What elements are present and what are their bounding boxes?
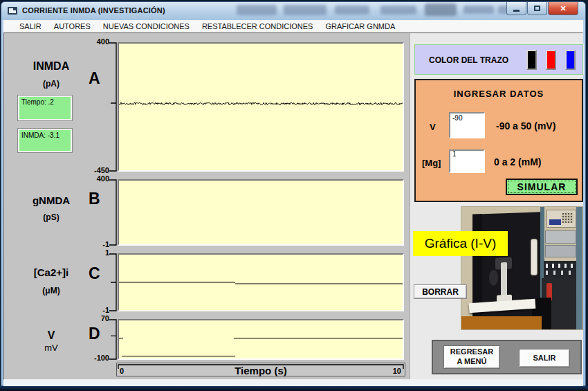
trace-color-black[interactable] — [526, 50, 537, 70]
close-icon: ✕ — [560, 4, 566, 13]
micromanipulator — [488, 269, 498, 286]
menu-restablecer-condiciones[interactable]: RESTABLECER CONDICIONES — [196, 22, 320, 30]
tiempo-readout: Tiempo: .2 — [18, 96, 72, 120]
panel-a-name: INMDA — [14, 60, 89, 73]
restore-button[interactable] — [527, 2, 547, 15]
title-bar[interactable]: CORRIENTE INMDA (INVESTIGACIÓN) ✕ — [1, 2, 585, 20]
plot-c — [118, 253, 404, 311]
navigation-panel: REGRESAR A MENÚ SALIR — [432, 340, 582, 374]
background-window-blur — [284, 5, 327, 15]
instrument-panel — [545, 230, 577, 244]
instrument-keypad-unit — [546, 210, 577, 228]
panel-c-name: [Ca2+]i — [14, 266, 89, 278]
minimize-icon — [513, 10, 520, 12]
panel-a-unit: (pA) — [14, 79, 89, 89]
panel-b-unit: (pS) — [14, 212, 89, 222]
panel-d-unit: mV — [14, 343, 89, 353]
client-area: INMDA (pA) A Tiempo: .2 INMDA: -3.1 400 … — [3, 33, 583, 380]
app-icon — [8, 7, 17, 15]
bench-edge — [461, 316, 542, 329]
restore-icon — [534, 6, 540, 11]
regresar-menu-button[interactable]: REGRESAR A MENÚ — [443, 345, 500, 369]
rack-frame — [576, 207, 582, 329]
inmda-readout: INMDA: -3.1 — [18, 129, 72, 152]
x-axis-bar: 0 Tiempo (s) 10 — [116, 363, 405, 376]
regresar-line2: A MENÚ — [457, 357, 487, 367]
close-button[interactable]: ✕ — [548, 2, 578, 15]
desktop-edge — [0, 386, 588, 391]
microscope-column — [501, 262, 507, 299]
input-data-panel: INGRESAR DATOS V -90 a 50 (mV) [Mg] 0 a … — [414, 79, 583, 202]
menu-salir[interactable]: SALIR — [13, 22, 48, 30]
plot-b-axis-bracket — [101, 179, 118, 246]
menu-graficar-gnmda[interactable]: GRAFICAR GNMDA — [319, 22, 401, 30]
instrument-panel — [545, 245, 577, 257]
equipment-photo — [461, 206, 583, 330]
panel-b-name: gNMDA — [14, 194, 89, 206]
background-window-blur — [335, 6, 369, 15]
input-data-title: INGRESAR DATOS — [416, 89, 582, 99]
minimize-button[interactable] — [506, 2, 526, 15]
instrument-dark-panel — [544, 261, 576, 278]
menu-bar: SALIR AUTORES NUEVAS CONDICIONES RESTABL… — [3, 20, 583, 33]
salir-label: SALIR — [533, 354, 556, 363]
mg-input[interactable] — [449, 149, 485, 173]
panel-d-name: V — [14, 329, 89, 342]
borrar-button[interactable]: BORRAR — [414, 284, 467, 299]
v-label: V — [430, 122, 436, 132]
mg-label: [Mg] — [422, 158, 441, 168]
x-axis-title: Tiempo (s) — [117, 365, 405, 376]
simular-button[interactable]: SIMULAR — [506, 179, 578, 195]
iv-graph-label: Gráfica (I-V) — [413, 231, 508, 256]
glass-tube — [531, 239, 538, 275]
background-window-blur — [380, 6, 416, 15]
menu-nuevas-condiciones[interactable]: NUEVAS CONDICIONES — [97, 22, 196, 30]
plot-a-axis-bracket — [101, 42, 118, 172]
color-trace-title: COLOR DEL TRAZO — [429, 55, 508, 65]
background-window-blur — [463, 6, 494, 14]
window-bottom-strip — [3, 380, 583, 386]
plot-d-axis-bracket — [101, 319, 118, 360]
trace-color-blue[interactable] — [565, 50, 576, 70]
salir-button[interactable]: SALIR — [519, 349, 570, 367]
window-title: CORRIENTE INMDA (INVESTIGACIÓN) — [22, 6, 165, 15]
plot-a — [118, 42, 404, 172]
background-window-blur — [237, 5, 277, 15]
menu-autores[interactable]: AUTORES — [48, 22, 97, 30]
regresar-line1: REGRESAR — [450, 347, 493, 357]
trace-color-red[interactable] — [546, 50, 556, 70]
background-window-blur — [425, 3, 457, 16]
app-window: CORRIENTE INMDA (INVESTIGACIÓN) ✕ SALIR … — [1, 1, 586, 386]
plot-b — [118, 179, 404, 246]
color-trace-panel: COLOR DEL TRAZO — [414, 44, 583, 75]
mg-range-text: 0 a 2 (mM) — [494, 156, 541, 167]
v-range-text: -90 a 50 (mV) — [496, 120, 555, 131]
panel-c-unit: (μM) — [14, 286, 89, 295]
plot-c-axis-bracket — [101, 253, 118, 311]
plot-d — [118, 319, 404, 360]
x-axis-max: 10 — [393, 367, 401, 375]
v-input[interactable] — [449, 112, 485, 138]
